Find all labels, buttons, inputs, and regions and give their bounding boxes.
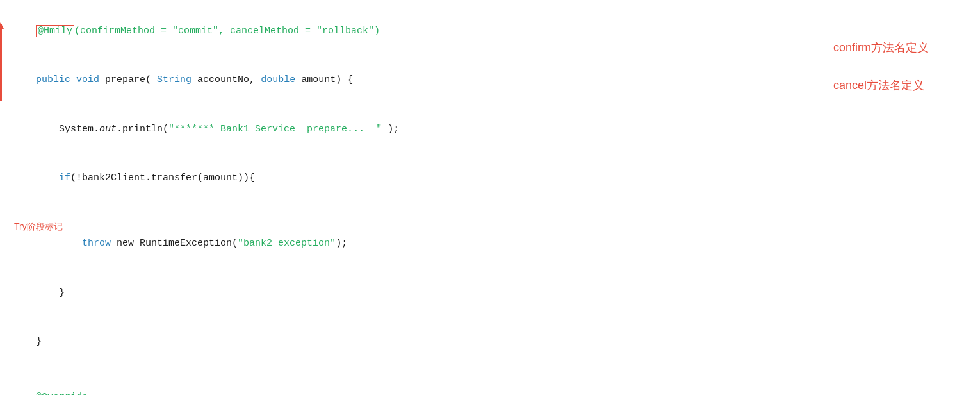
line-close-if: }	[13, 268, 967, 317]
red-arrow-line	[0, 24, 2, 101]
line-throw: Try阶段标记 throw new RuntimeException("bank…	[13, 203, 967, 268]
line-close-prepare: }	[13, 317, 967, 367]
line-prepare-signature: public void prepare( String accountNo, d…	[13, 56, 967, 105]
keyword-string: String	[157, 74, 192, 85]
try-stage-label: Try阶段标记	[14, 219, 63, 235]
override-1-annotation: @Override	[36, 392, 88, 396]
code-display: confirm方法名定义 cancel方法名定义 @Hmily(confirmM…	[0, 0, 980, 395]
line-prepare-println: System.out.println("******* Bank1 Servic…	[13, 105, 967, 154]
hmily-params: (confirmMethod = "commit", cancelMethod …	[74, 26, 380, 37]
keyword-void: void	[76, 74, 99, 85]
line-hmily-annotation: @Hmily(confirmMethod = "commit", cancelM…	[13, 6, 967, 56]
line-if-transfer: if(!bank2Client.transfer(amount)){	[13, 154, 967, 203]
out-italic: out	[99, 124, 117, 135]
hmily-annotated-box: @Hmily	[36, 25, 74, 37]
line-override-1: @Override	[13, 373, 967, 395]
keyword-double: double	[261, 74, 295, 85]
keyword-public: public	[36, 74, 70, 85]
